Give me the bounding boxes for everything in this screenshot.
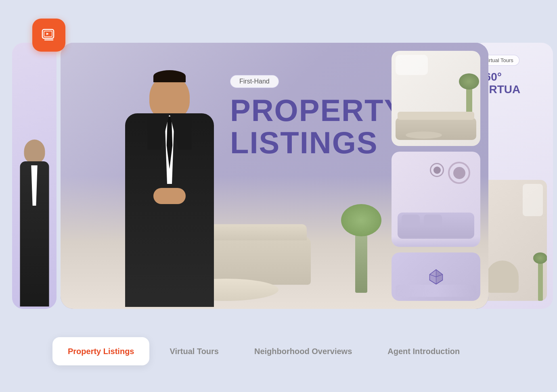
thumb-card-living-room	[392, 51, 480, 146]
thumb-card-bedroom	[392, 152, 480, 247]
person-head	[149, 75, 190, 119]
tab-property-listings[interactable]: Property Listings	[52, 337, 149, 365]
right-chair-decor	[486, 261, 519, 293]
play-slides-icon	[41, 27, 57, 43]
left-preview-card	[12, 43, 57, 309]
tab-agent-introduction[interactable]: Agent Introduction	[372, 337, 475, 365]
tab-neighborhood-overviews[interactable]: Neighborhood Overviews	[239, 337, 367, 365]
main-card: First-Hand PROPERTY LISTINGS	[61, 43, 488, 309]
person-suit	[125, 113, 214, 307]
right-card-image	[478, 180, 547, 301]
tab-agent-introduction-label: Agent Introduction	[387, 347, 460, 356]
agent-person	[117, 75, 222, 309]
tab-neighborhood-overviews-label: Neighborhood Overviews	[254, 347, 352, 356]
tab-virtual-tours-label: Virtual Tours	[170, 347, 219, 356]
tab-virtual-tours[interactable]: Virtual Tours	[154, 337, 234, 365]
left-card-bg	[12, 43, 57, 309]
person-overlay	[93, 51, 246, 309]
wall-decor-circle-outer	[448, 162, 470, 184]
gem-logo-icon	[427, 268, 445, 286]
tab-property-listings-label: Property Listings	[68, 347, 134, 356]
app-icon-badge[interactable]	[32, 19, 65, 52]
first-hand-badge: First-Hand	[230, 75, 279, 88]
hero-line2: LISTINGS	[230, 127, 405, 159]
hero-title: PROPERTY LISTINGS	[230, 94, 405, 159]
svg-marker-2	[46, 33, 49, 35]
hero-line1: PROPERTY	[230, 94, 405, 127]
right-thumbnails-panel	[392, 51, 480, 301]
bottom-nav: Property Listings Virtual Tours Neighbor…	[52, 329, 537, 373]
main-text-area: First-Hand PROPERTY LISTINGS	[230, 75, 405, 159]
thumb2-sofa-decor	[398, 213, 474, 239]
thumb-card-logo	[392, 252, 480, 301]
plant-decor	[355, 228, 367, 293]
main-container: First-Hand PROPERTY LISTINGS	[20, 19, 537, 373]
person-hands	[153, 188, 186, 204]
right-plant-decor	[538, 261, 543, 301]
wall-decor-circle-inner	[453, 167, 465, 179]
